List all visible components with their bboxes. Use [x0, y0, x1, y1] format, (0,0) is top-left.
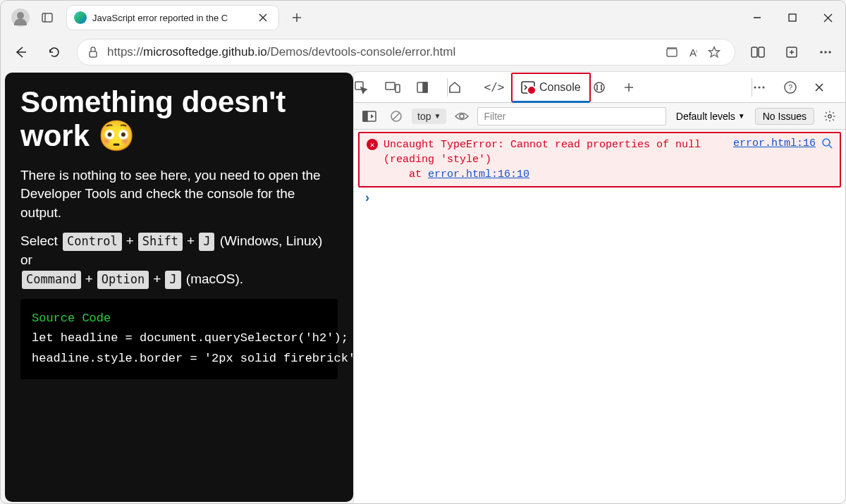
svg-rect-15 — [752, 47, 757, 57]
svg-point-34 — [758, 86, 760, 88]
welcome-tab-icon[interactable] — [448, 80, 479, 94]
page-paragraph-1: There is nothing to see here, you need t… — [20, 166, 338, 223]
svg-rect-7 — [789, 14, 796, 21]
title-bar: JavaScript error reported in the C — [1, 1, 845, 35]
svg-rect-25 — [396, 85, 400, 92]
profile-button[interactable] — [8, 5, 33, 30]
device-emulation-icon[interactable] — [385, 81, 416, 94]
collections-button[interactable] — [776, 38, 807, 66]
toolbar: https://microsoftedge.github.io/Demos/de… — [1, 35, 845, 70]
context-selector[interactable]: top▼ — [412, 109, 446, 124]
devtools-toolbar: </> Console ? — [354, 72, 845, 103]
svg-marker-14 — [709, 47, 720, 57]
svg-text:?: ? — [788, 83, 792, 92]
console-icon — [521, 81, 535, 94]
svg-rect-24 — [386, 82, 395, 90]
error-message: Uncaught TypeError: Cannot read properti… — [384, 137, 719, 182]
svg-line-47 — [829, 145, 832, 148]
back-button[interactable] — [5, 38, 36, 66]
page-content: Something doesn't work 😳 There is nothin… — [5, 73, 353, 502]
kbd-shift: Shift — [138, 233, 183, 251]
browser-tab[interactable]: JavaScript error reported in the C — [67, 6, 278, 30]
address-bar[interactable]: https://microsoftedge.github.io/Demos/de… — [77, 39, 735, 66]
help-button[interactable]: ? — [783, 80, 814, 94]
svg-line-43 — [393, 113, 400, 120]
kbd-j: J — [199, 233, 214, 251]
svg-point-44 — [460, 114, 464, 118]
console-error-row[interactable]: ✕ Uncaught TypeError: Cannot read proper… — [358, 132, 841, 188]
console-output: ✕ Uncaught TypeError: Cannot read proper… — [354, 130, 845, 504]
error-stack-link[interactable]: error.html:16:10 — [428, 168, 529, 180]
more-tabs-button[interactable] — [623, 82, 654, 93]
svg-rect-28 — [522, 82, 534, 93]
kbd-command: Command — [22, 271, 81, 289]
more-menu-button[interactable] — [810, 38, 841, 66]
svg-point-33 — [754, 86, 756, 88]
issues-button[interactable]: No Issues — [755, 108, 814, 125]
log-levels-dropdown[interactable]: Default levels▼ — [670, 111, 751, 122]
toggle-sidebar-button[interactable] — [358, 106, 381, 127]
new-tab-button[interactable] — [283, 12, 311, 23]
error-source-link[interactable]: error.html:16 — [733, 137, 816, 149]
svg-point-20 — [820, 51, 822, 53]
read-aloud-icon[interactable]: A⁾ — [682, 47, 704, 59]
inspect-element-icon[interactable] — [354, 80, 385, 94]
svg-rect-41 — [363, 111, 367, 121]
svg-rect-11 — [90, 51, 97, 57]
split-screen-button[interactable] — [742, 38, 773, 66]
console-tab[interactable]: Console — [511, 73, 591, 102]
page-heading: Something doesn't work 😳 — [20, 85, 338, 154]
live-expression-button[interactable] — [450, 106, 473, 127]
source-code-box: Source Code let headline = document.quer… — [20, 299, 338, 380]
svg-point-30 — [594, 82, 604, 92]
devtools-more-button[interactable] — [752, 85, 783, 90]
svg-rect-16 — [759, 47, 764, 57]
kbd-option: Option — [97, 271, 149, 289]
devtools-close-button[interactable] — [814, 82, 845, 92]
minimize-button[interactable] — [740, 1, 775, 34]
tab-title: JavaScript error reported in the C — [92, 13, 255, 23]
console-settings-button[interactable] — [819, 106, 841, 127]
kbd-control: Control — [63, 233, 122, 251]
search-icon[interactable] — [821, 137, 833, 149]
svg-point-46 — [823, 139, 830, 146]
svg-rect-27 — [423, 82, 427, 92]
favorite-icon[interactable] — [704, 46, 725, 59]
lock-icon — [87, 46, 99, 59]
elements-tab-icon[interactable]: </> — [479, 80, 510, 94]
svg-point-45 — [828, 114, 832, 118]
svg-rect-12 — [667, 49, 677, 56]
dock-side-icon[interactable] — [416, 81, 447, 94]
sources-tab-icon[interactable] — [592, 80, 623, 94]
console-tab-label: Console — [539, 81, 581, 94]
kbd-j-2: J — [165, 271, 180, 289]
filter-input[interactable]: Filter — [477, 107, 666, 125]
page-paragraph-2: Select Control+Shift+J (Windows, Linux) … — [20, 232, 338, 288]
close-window-button[interactable] — [810, 1, 845, 34]
console-prompt[interactable]: › — [358, 188, 841, 208]
url-text: https://microsoftedge.github.io/Demos/de… — [107, 45, 661, 59]
tab-close-button[interactable] — [255, 9, 271, 26]
svg-point-21 — [824, 51, 826, 53]
maximize-button[interactable] — [775, 1, 810, 34]
console-filter-bar: top▼ Filter Default levels▼ No Issues — [354, 103, 845, 130]
refresh-button[interactable] — [39, 38, 70, 66]
app-available-icon[interactable] — [661, 46, 682, 59]
svg-rect-0 — [42, 13, 52, 22]
error-icon: ✕ — [367, 139, 378, 150]
devtools-panel: </> Console ? — [353, 71, 845, 504]
window-controls — [740, 1, 845, 34]
svg-point-35 — [762, 86, 764, 88]
clear-console-button[interactable] — [385, 106, 407, 127]
tab-actions-button[interactable] — [33, 11, 61, 24]
svg-point-22 — [828, 51, 830, 53]
tab-favicon-edge-icon — [74, 11, 87, 24]
